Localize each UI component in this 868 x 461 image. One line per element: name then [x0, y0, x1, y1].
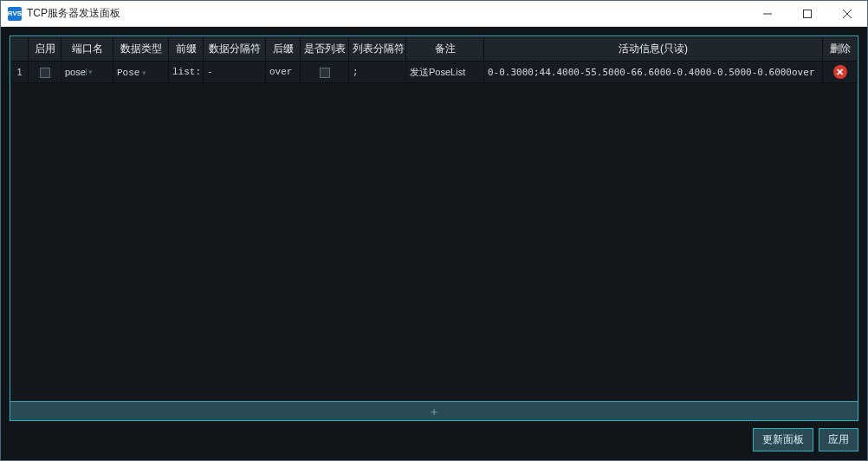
plus-icon: +	[431, 405, 437, 419]
chevron-down-icon: ▾	[87, 68, 110, 76]
islist-checkbox[interactable]	[320, 68, 330, 78]
th-listsep: 列表分隔符	[349, 37, 406, 62]
th-enable: 启用	[29, 37, 62, 62]
maximize-button[interactable]	[787, 1, 827, 27]
th-remark: 备注	[406, 37, 484, 62]
cell-port[interactable]: poseList ▾	[62, 62, 113, 83]
cell-del: ✕	[823, 62, 858, 83]
th-type: 数据类型	[113, 37, 169, 62]
window-title: TCP服务器发送面板	[27, 6, 120, 21]
svg-rect-0	[804, 10, 812, 17]
th-suffix: 后缀	[266, 37, 301, 62]
delete-row-button[interactable]: ✕	[833, 65, 847, 79]
cell-remark[interactable]: 发送PoseList	[406, 62, 484, 83]
cell-islist	[301, 62, 349, 83]
minimize-icon	[763, 10, 772, 18]
th-prefix: 前缀	[169, 37, 204, 62]
titlebar: RVS TCP服务器发送面板	[1, 1, 867, 27]
minimize-button[interactable]	[748, 1, 787, 27]
cell-idx: 1	[11, 62, 29, 83]
cell-prefix[interactable]: list:	[169, 62, 204, 83]
port-value: poseList	[65, 67, 87, 77]
th-idx	[11, 37, 29, 62]
apply-button[interactable]: 应用	[819, 428, 858, 451]
chevron-down-icon: ▾	[140, 68, 165, 77]
main-panel: 启用 端口名 数据类型 前缀 数据分隔符 后缀 是否列表 列表分隔符 备注 活动…	[10, 36, 858, 421]
app-icon: RVS	[8, 7, 22, 21]
table-header-row: 启用 端口名 数据类型 前缀 数据分隔符 后缀 是否列表 列表分隔符 备注 活动…	[11, 37, 858, 62]
cell-listsep[interactable]: ;	[349, 62, 406, 83]
cell-type[interactable]: Pose ▾	[113, 62, 169, 83]
refresh-panel-button[interactable]: 更新面板	[753, 428, 813, 451]
th-sep: 数据分隔符	[204, 37, 266, 62]
footer: 更新面板 应用	[10, 421, 858, 451]
table-wrap: 启用 端口名 数据类型 前缀 数据分隔符 后缀 是否列表 列表分隔符 备注 活动…	[10, 36, 858, 401]
close-icon	[843, 10, 852, 18]
cell-enable	[29, 62, 62, 83]
data-table: 启用 端口名 数据类型 前缀 数据分隔符 后缀 是否列表 列表分隔符 备注 活动…	[10, 36, 858, 83]
cell-info: 0-0.3000;44.4000-55.5000-66.6000-0.4000-…	[484, 62, 823, 83]
client-area: 启用 端口名 数据类型 前缀 数据分隔符 后缀 是否列表 列表分隔符 备注 活动…	[1, 27, 867, 460]
app-window: RVS TCP服务器发送面板	[0, 0, 868, 461]
maximize-icon	[803, 10, 812, 18]
th-port: 端口名	[62, 37, 113, 62]
table-row: 1 poseList ▾	[11, 62, 858, 83]
th-del: 删除	[823, 37, 858, 62]
th-islist: 是否列表	[301, 37, 349, 62]
add-row-button[interactable]: +	[10, 401, 858, 420]
th-info: 活动信息(只读)	[484, 37, 823, 62]
type-value: Pose	[117, 68, 140, 78]
enable-checkbox[interactable]	[40, 68, 50, 78]
cell-sep[interactable]: -	[204, 62, 266, 83]
cell-suffix[interactable]: over	[266, 62, 301, 83]
close-button[interactable]	[827, 1, 867, 27]
close-icon: ✕	[836, 67, 844, 78]
